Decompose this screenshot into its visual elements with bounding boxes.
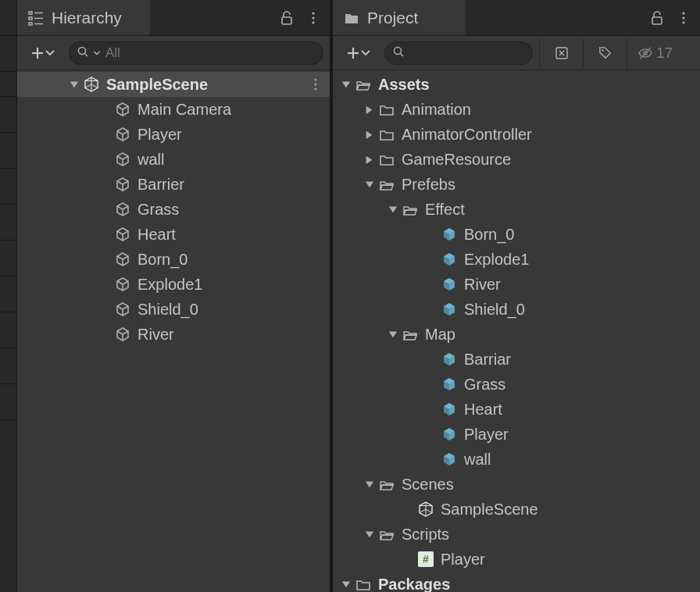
gameobject-label: Barrier bbox=[138, 176, 330, 194]
prefab-row[interactable]: Born_0 bbox=[333, 222, 700, 247]
cube-icon bbox=[114, 226, 131, 243]
folder-row[interactable]: Scenes bbox=[333, 472, 700, 497]
gameobject-row[interactable]: wall bbox=[17, 147, 330, 172]
folder-row[interactable]: Animation bbox=[333, 97, 700, 122]
gameobject-row[interactable]: Player bbox=[17, 122, 330, 147]
item-label: Born_0 bbox=[464, 226, 700, 244]
gameobject-row[interactable]: Explode1 bbox=[17, 272, 330, 297]
cube-icon bbox=[114, 326, 131, 343]
lock-button[interactable] bbox=[278, 9, 295, 27]
expand-toggle[interactable] bbox=[362, 152, 377, 166]
cube-icon bbox=[114, 251, 131, 268]
item-label: Scripts bbox=[402, 526, 700, 544]
item-label: Shield_0 bbox=[464, 301, 700, 319]
packages-folder[interactable]: Packages bbox=[333, 572, 700, 592]
prefab-icon bbox=[441, 451, 458, 468]
script-row[interactable]: #Player bbox=[333, 547, 700, 572]
assets-folder[interactable]: Assets bbox=[333, 72, 700, 97]
prefab-icon bbox=[441, 351, 458, 368]
gameobject-row[interactable]: Main Camera bbox=[17, 97, 330, 122]
cube-icon bbox=[114, 276, 131, 293]
expand-toggle[interactable] bbox=[67, 77, 81, 91]
scene-row[interactable]: SampleScene bbox=[17, 72, 330, 97]
gameobject-label: wall bbox=[138, 151, 330, 169]
hierarchy-search[interactable] bbox=[69, 41, 323, 65]
search-input[interactable] bbox=[105, 45, 315, 61]
hidden-items-toggle[interactable]: 17 bbox=[627, 39, 683, 67]
gameobject-row[interactable]: River bbox=[17, 322, 330, 347]
expand-toggle[interactable] bbox=[339, 77, 353, 91]
filter-by-type-button[interactable] bbox=[539, 39, 583, 67]
expand-toggle[interactable] bbox=[362, 102, 377, 116]
prefab-row[interactable]: wall bbox=[333, 447, 700, 472]
folder-icon bbox=[355, 576, 372, 592]
search-icon bbox=[393, 46, 404, 60]
item-label: AnimatorController bbox=[402, 126, 700, 144]
gameobject-row[interactable]: Shield_0 bbox=[17, 297, 330, 322]
expand-toggle[interactable] bbox=[386, 202, 400, 216]
cube-icon bbox=[114, 176, 131, 193]
prefab-row[interactable]: Explode1 bbox=[333, 247, 700, 272]
tab-project[interactable]: Project bbox=[333, 0, 466, 35]
prefab-row[interactable]: Heart bbox=[333, 397, 700, 422]
prefab-icon bbox=[441, 276, 458, 293]
folder-row[interactable]: GameResource bbox=[333, 147, 700, 172]
create-button[interactable] bbox=[339, 41, 378, 66]
create-button[interactable] bbox=[23, 41, 62, 66]
prefab-icon bbox=[441, 301, 458, 318]
gameobject-row[interactable]: Barrier bbox=[17, 172, 330, 197]
item-label: Player bbox=[464, 426, 700, 444]
tab-hierarchy[interactable]: Hierarchy bbox=[17, 0, 150, 35]
prefab-row[interactable]: Player bbox=[333, 422, 700, 447]
gameobject-label: Heart bbox=[138, 226, 330, 244]
panel-menu-button[interactable] bbox=[675, 9, 692, 27]
project-search[interactable] bbox=[384, 41, 533, 65]
expand-toggle[interactable] bbox=[386, 327, 400, 341]
filter-by-label-button[interactable] bbox=[583, 39, 627, 67]
prefab-row[interactable]: River bbox=[333, 272, 700, 297]
expand-toggle[interactable] bbox=[362, 127, 377, 141]
folder-open-icon bbox=[378, 526, 395, 543]
folder-open-icon bbox=[402, 201, 419, 218]
item-label: GameResource bbox=[402, 151, 700, 169]
expand-toggle[interactable] bbox=[339, 577, 353, 591]
folder-row[interactable]: AnimatorController bbox=[333, 122, 700, 147]
folder-icon bbox=[378, 101, 395, 118]
folder-row[interactable]: Scripts bbox=[333, 522, 700, 547]
folder-row[interactable]: Effect bbox=[333, 197, 700, 222]
panel-menu-button[interactable] bbox=[305, 9, 322, 27]
folder-row[interactable]: Prefebs bbox=[333, 172, 700, 197]
prefab-row[interactable]: Shield_0 bbox=[333, 297, 700, 322]
expand-toggle[interactable] bbox=[362, 177, 377, 191]
folder-icon bbox=[344, 10, 359, 26]
prefab-icon bbox=[441, 251, 458, 268]
folder-open-icon bbox=[378, 476, 395, 493]
hidden-count: 17 bbox=[656, 45, 673, 62]
tab-label: Hierarchy bbox=[52, 9, 122, 27]
item-label: SampleScene bbox=[441, 501, 700, 519]
gameobject-row[interactable]: Heart bbox=[17, 222, 330, 247]
lock-button[interactable] bbox=[648, 9, 666, 27]
scene-asset-row[interactable]: SampleScene bbox=[333, 497, 700, 522]
scene-menu-button[interactable] bbox=[306, 78, 325, 91]
project-panel: Project 17 bbox=[333, 0, 700, 592]
gameobject-row[interactable]: Grass bbox=[17, 197, 330, 222]
gameobject-row[interactable]: Born_0 bbox=[17, 247, 330, 272]
cube-icon bbox=[114, 201, 131, 218]
prefab-row[interactable]: Grass bbox=[333, 372, 700, 397]
gameobject-label: Player bbox=[138, 126, 330, 144]
folder-open-icon bbox=[355, 76, 372, 93]
item-label: Explode1 bbox=[464, 251, 700, 269]
hierarchy-icon bbox=[28, 10, 44, 26]
project-tree: AssetsAnimationAnimatorControllerGameRes… bbox=[333, 70, 700, 592]
gameobject-label: Born_0 bbox=[138, 251, 330, 269]
item-label: Assets bbox=[378, 76, 700, 94]
csharp-script-icon: # bbox=[417, 551, 434, 568]
expand-toggle[interactable] bbox=[362, 527, 377, 541]
gameobject-label: Grass bbox=[138, 201, 330, 219]
prefab-row[interactable]: Barriar bbox=[333, 347, 700, 372]
folder-row[interactable]: Map bbox=[333, 322, 700, 347]
expand-toggle[interactable] bbox=[362, 477, 377, 491]
hierarchy-panel: Hierarchy SampleS bbox=[17, 0, 330, 592]
folder-icon bbox=[378, 151, 395, 168]
